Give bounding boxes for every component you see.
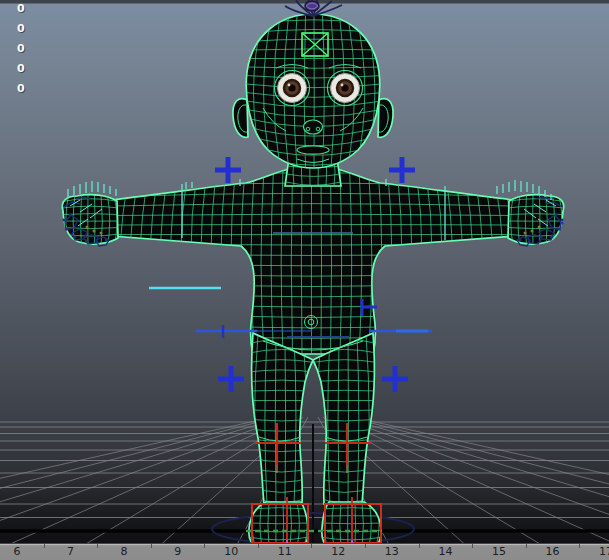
frame-tick	[97, 544, 98, 548]
frame-label: 11	[278, 545, 292, 558]
frame-label: 9	[174, 545, 181, 558]
character-wireframe[interactable]	[59, 10, 565, 548]
nose	[304, 120, 323, 134]
frame-tick	[472, 544, 473, 548]
frame-tick	[151, 544, 152, 548]
frame-tick	[526, 544, 527, 548]
viewport-top-border	[0, 0, 609, 4]
ik-handle-plus-icon[interactable]	[389, 157, 415, 183]
frame-label: 16	[546, 545, 560, 558]
hud-value: 0	[17, 22, 25, 35]
frame-tick	[579, 544, 580, 548]
hud-value: 0	[17, 2, 25, 15]
mesh-torso	[112, 169, 514, 354]
hud-value: 0	[17, 82, 25, 95]
frame-label: 7	[67, 545, 74, 558]
frame-label: 14	[438, 545, 452, 558]
mesh-handR	[508, 195, 564, 244]
hud-value: 0	[17, 42, 25, 55]
time-slider[interactable]: 6 7 8 9 10 11 12 13 14 15 16 17	[0, 543, 609, 560]
mesh-legR	[313, 333, 374, 504]
ik-handle-plus-icon[interactable]	[218, 366, 244, 392]
frame-label: 13	[385, 545, 399, 558]
mesh-legL	[252, 333, 313, 504]
frame-tick	[44, 544, 45, 548]
frame-tick	[204, 544, 205, 548]
maya-perspective-viewport[interactable]: 0 0 0 0 0 6 7 8 9 10 11 12 13 14 15 16 1…	[0, 0, 609, 560]
frame-tick	[258, 544, 259, 548]
ik-handle-plus-icon[interactable]	[382, 366, 408, 392]
frame-label: 8	[121, 545, 128, 558]
frame-label: 17	[599, 545, 609, 558]
hud-value: 0	[17, 62, 25, 75]
frame-label: 10	[224, 545, 238, 558]
mesh-head	[246, 14, 379, 168]
scene-canvas[interactable]	[0, 0, 609, 560]
frame-label: 15	[492, 545, 506, 558]
frame-tick	[365, 544, 366, 548]
frame-tick	[311, 544, 312, 548]
frame-label: 12	[331, 545, 345, 558]
frame-tick	[419, 544, 420, 548]
mouth	[297, 146, 329, 154]
frame-label: 6	[14, 545, 21, 558]
ik-handle-plus-icon[interactable]	[215, 157, 241, 183]
